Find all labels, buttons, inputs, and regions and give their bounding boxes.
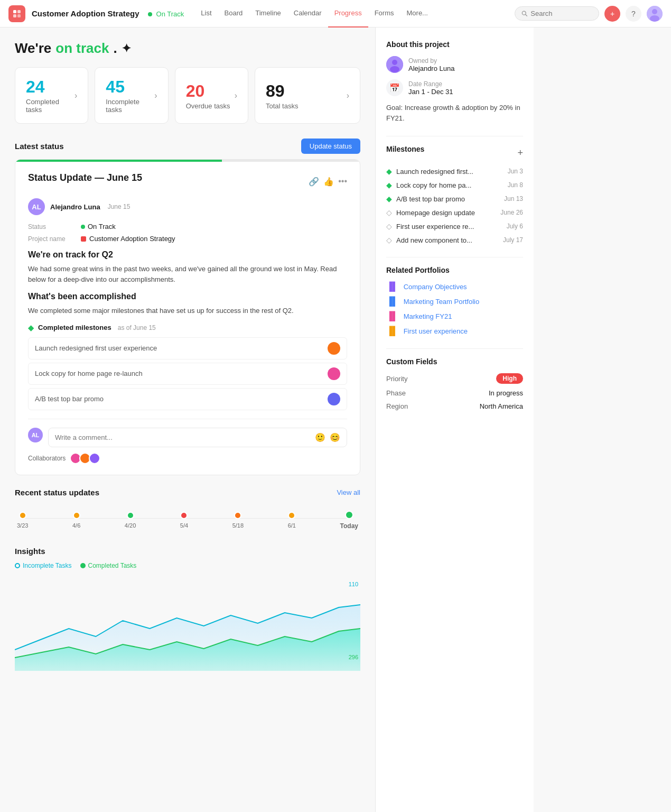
- milestones-header: Milestones +: [386, 145, 523, 161]
- status-status-row: Status On Track: [28, 223, 347, 230]
- portfolio-icon-1: ▐▌: [386, 282, 398, 291]
- on-track-value: On Track: [88, 223, 116, 230]
- tab-board[interactable]: Board: [218, 0, 249, 27]
- sparkle-icon: ✦: [122, 42, 131, 56]
- emoji-2-icon[interactable]: 😊: [330, 432, 340, 442]
- total-number: 89: [266, 81, 298, 101]
- update-status-button[interactable]: Update status: [301, 139, 360, 154]
- search-box[interactable]: [515, 6, 599, 21]
- add-button[interactable]: +: [604, 6, 620, 22]
- comment-input-wrap[interactable]: 🙂 😊: [48, 428, 347, 447]
- ms-name-6: Add new component to...: [396, 236, 472, 244]
- milestone-row-1: Launch redesigned first user experience: [28, 337, 347, 359]
- recent-status-section: Recent status updates View all 3/23 4/6: [15, 488, 360, 534]
- comment-input[interactable]: [55, 433, 311, 441]
- more-icon[interactable]: •••: [338, 177, 347, 187]
- portfolio-1[interactable]: ▐▌ Company Objectives: [386, 282, 523, 291]
- help-button[interactable]: ?: [626, 6, 641, 22]
- stat-card-completed[interactable]: 24 Completed tasks ›: [15, 67, 88, 124]
- project-title: Customer Adoption Strategy: [32, 9, 139, 18]
- author-name: Alejandro Luna: [50, 203, 100, 211]
- user-avatar[interactable]: [647, 6, 663, 22]
- owner-row: Owned by Alejandro Luna: [386, 56, 523, 73]
- timeline-dot-4: [180, 512, 188, 519]
- timeline-point-2[interactable]: 4/6: [72, 512, 80, 529]
- incomplete-number: 45: [106, 77, 154, 97]
- main-layout: We're on track. ✦ 24 Completed tasks › 4…: [0, 27, 671, 812]
- timeline-label-today: Today: [340, 522, 358, 530]
- tab-forms[interactable]: Forms: [368, 0, 400, 27]
- legend-incomplete-label: Incomplete Tasks: [23, 562, 72, 569]
- timeline-point-4[interactable]: 5/4: [180, 512, 188, 529]
- app-logo[interactable]: [8, 5, 25, 22]
- milestone-sidebar-6: ◇ Add new component to... July 17: [386, 236, 523, 244]
- goal-text: Goal: Increase growth & adoption by 20% …: [386, 103, 523, 123]
- divider-2: [386, 257, 523, 257]
- nav-tabs: List Board Timeline Calendar Progress Fo…: [194, 0, 434, 27]
- link-icon[interactable]: 🔗: [309, 177, 319, 187]
- chart-value-2: 296: [349, 654, 358, 660]
- heading-prefix: We're: [15, 40, 51, 57]
- calendar-icon: 📅: [386, 79, 403, 96]
- heading-suffix: .: [113, 40, 117, 57]
- tab-timeline[interactable]: Timeline: [249, 0, 287, 27]
- recent-status-header: Recent status updates View all: [15, 488, 360, 497]
- tab-list[interactable]: List: [194, 0, 218, 27]
- chevron-right-icon: ›: [347, 91, 349, 100]
- timeline-label-6: 6/1: [288, 522, 296, 529]
- project-value: Customer Adoption Strategy: [89, 235, 175, 243]
- legend-completed-label: Completed Tasks: [88, 562, 137, 569]
- milestone-name-3: A/B test top bar promo: [35, 395, 104, 403]
- portfolio-name-3: Marketing FY21: [404, 312, 452, 320]
- timeline-point-3[interactable]: 4/20: [125, 512, 136, 529]
- timeline-point-1[interactable]: 3/23: [17, 512, 28, 529]
- milestones-title: Milestones: [386, 145, 424, 153]
- cf-region-label: Region: [386, 402, 408, 410]
- milestone-sidebar-5: ◇ First user experience re... July 6: [386, 222, 523, 230]
- svg-point-10: [392, 60, 397, 65]
- author-date: June 15: [108, 203, 131, 210]
- timeline-point-5[interactable]: 5/18: [232, 512, 244, 529]
- timeline-dot-1: [19, 512, 26, 519]
- portfolio-2[interactable]: ▐▌ Marketing Team Portfolio: [386, 297, 523, 306]
- insights-legend: Incomplete Tasks Completed Tasks: [15, 562, 360, 569]
- portfolio-icon-3: ▐▌: [386, 311, 398, 321]
- divider-1: [386, 136, 523, 136]
- timeline-point-6[interactable]: 6/1: [288, 512, 296, 529]
- stat-card-overdue[interactable]: 20 Overdue tasks ›: [175, 67, 248, 124]
- status-card: Status Update — June 15 🔗 👍 ••• AL Aleja…: [15, 159, 360, 475]
- chevron-right-icon: ›: [74, 91, 77, 100]
- milestones-date: as of June 15: [118, 324, 156, 331]
- tab-more[interactable]: More...: [400, 0, 434, 27]
- accomplished-heading: What's been accomplished: [28, 292, 347, 301]
- topbar-right: + ?: [515, 6, 663, 22]
- chart-value-1: 110: [349, 581, 358, 587]
- portfolio-3[interactable]: ▐▌ Marketing FY21: [386, 311, 523, 321]
- ms-name-2: Lock copy for home pa...: [396, 181, 471, 189]
- tab-calendar[interactable]: Calendar: [287, 0, 328, 27]
- view-all-link[interactable]: View all: [337, 488, 360, 496]
- search-input[interactable]: [530, 10, 592, 17]
- collaborators-row: Collaborators: [28, 453, 347, 464]
- priority-badge: High: [496, 373, 523, 384]
- portfolios-section: Related Portfolios ▐▌ Company Objectives…: [386, 266, 523, 336]
- portfolios-title: Related Portfolios: [386, 266, 523, 274]
- milestones-section: Milestones + ◆ Launch redesigned first..…: [386, 145, 523, 244]
- stat-card-total[interactable]: 89 Total tasks ›: [255, 67, 360, 124]
- cf-priority: Priority High: [386, 373, 523, 384]
- cf-region: Region North America: [386, 402, 523, 410]
- stat-card-incomplete[interactable]: 45 Incomplete tasks ›: [95, 67, 168, 124]
- thumbs-up-icon[interactable]: 👍: [323, 177, 334, 187]
- ms-date-6: July 17: [503, 236, 523, 244]
- cf-phase: Phase In progress: [386, 389, 523, 397]
- timeline-point-today[interactable]: Today: [340, 511, 358, 530]
- owner-avatar: [386, 56, 403, 73]
- milestone-avatar-1: [328, 342, 340, 355]
- collab-avatars: [70, 453, 100, 464]
- latest-status-title: Latest status: [15, 142, 64, 151]
- tab-progress[interactable]: Progress: [328, 0, 368, 27]
- heading-highlight: on track: [55, 40, 109, 57]
- emoji-icon[interactable]: 🙂: [315, 432, 325, 442]
- portfolio-4[interactable]: ▐▌ First user experience: [386, 326, 523, 336]
- add-milestone-button[interactable]: +: [517, 147, 523, 159]
